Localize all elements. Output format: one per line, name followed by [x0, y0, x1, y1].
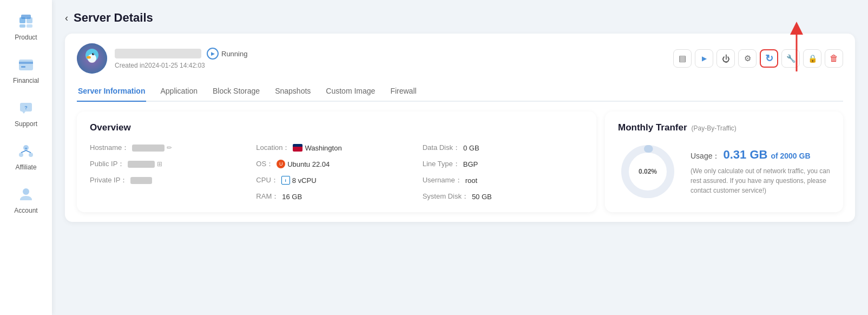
server-info: ▶ Running Created in2024-01-25 14:42:03	[115, 48, 666, 69]
tab-firewall[interactable]: Firewall	[389, 82, 417, 102]
settings-icon: ⚙	[744, 54, 751, 63]
transfer-stats: Usage： 0.31 GB of 2000 GB (We only calcu…	[691, 148, 830, 195]
transfer-header: Monthly Tranfer (Pay-By-Traffic)	[618, 122, 830, 133]
usage-total: of 2000 GB	[771, 152, 810, 160]
financial-icon	[16, 54, 36, 75]
wrench-icon: 🔧	[786, 54, 795, 63]
status-badge: ▶ Running	[207, 48, 247, 60]
ram-row: RAM： 16 GB	[256, 192, 417, 201]
delete-icon: 🗑	[830, 54, 838, 63]
back-button[interactable]: ‹	[65, 12, 68, 24]
sidebar-item-financial-label: Financial	[13, 77, 39, 84]
play-icon: ▶	[207, 48, 219, 60]
svg-point-12	[19, 153, 23, 157]
data-disk-value: 0 GB	[463, 144, 479, 152]
svg-point-13	[29, 153, 33, 157]
cpu-row: CPU： i 8 vCPU	[256, 175, 417, 185]
power-button[interactable]: ⏻	[716, 49, 735, 68]
usage-note: (We only calculate out of network traffi…	[691, 166, 830, 195]
sidebar-item-support-label: Support	[15, 120, 37, 128]
server-header: ▶ Running Created in2024-01-25 14:42:03 …	[77, 43, 843, 74]
private-ip-blurred	[130, 177, 152, 184]
svg-point-23	[93, 54, 94, 54]
line-type-label: Line Type：	[423, 159, 460, 169]
ram-label: RAM：	[256, 192, 279, 201]
overview-title: Overview	[90, 122, 583, 133]
transfer-body: 0.02% Usage： 0.31 GB of 2000 GB (We only…	[618, 142, 830, 201]
system-disk-label: System Disk：	[423, 192, 469, 201]
private-ip-label: Private IP：	[90, 175, 127, 185]
system-disk-row: System Disk： 50 GB	[423, 192, 583, 201]
content-grid: Overview Hostname： ✏ Location：	[77, 111, 843, 212]
start-button[interactable]: ▶	[695, 49, 713, 68]
tab-snapshots[interactable]: Snapshots	[274, 82, 312, 102]
data-disk-row: Data Disk： 0 GB	[423, 143, 583, 153]
ubuntu-icon: U	[277, 160, 285, 168]
svg-rect-6	[19, 62, 33, 64]
sidebar-item-account-label: Account	[14, 207, 37, 214]
page-header: ‹ Server Details	[65, 11, 855, 25]
usage-value: 0.31 GB	[723, 148, 767, 162]
lock-button[interactable]: 🔒	[803, 49, 821, 68]
sidebar-item-financial[interactable]: Financial	[4, 49, 48, 90]
location-label: Location：	[256, 143, 290, 153]
tab-server-information[interactable]: Server Information	[77, 82, 146, 102]
public-ip-value: ⊞	[128, 160, 162, 168]
data-disk-label: Data Disk：	[423, 143, 460, 153]
tab-application-label: Application	[160, 87, 198, 95]
copy-ip-icon[interactable]: ⊞	[157, 160, 162, 168]
public-ip-blurred	[128, 161, 155, 168]
sidebar-item-account[interactable]: Account	[4, 179, 48, 220]
line-type-row: Line Type： BGP	[423, 159, 583, 169]
server-name-blurred	[115, 49, 201, 58]
settings-button[interactable]: ⚙	[738, 49, 757, 68]
tabs: Server Information Application Block Sto…	[77, 82, 843, 102]
page-title: Server Details	[74, 11, 153, 25]
svg-rect-4	[21, 15, 31, 19]
system-disk-value: 50 GB	[472, 193, 492, 201]
donut-label: 0.02%	[639, 168, 657, 175]
sidebar-item-affiliate[interactable]: + Affiliate	[4, 135, 48, 176]
tab-firewall-label: Firewall	[390, 87, 416, 95]
tab-custom-image[interactable]: Custom Image	[325, 82, 376, 102]
sidebar-item-support[interactable]: ? Support	[4, 92, 48, 133]
delete-button[interactable]: 🗑	[825, 49, 843, 68]
svg-rect-2	[19, 24, 25, 28]
sidebar-item-product[interactable]: Product	[4, 5, 48, 47]
main-content: ‹ Server Details	[52, 0, 868, 315]
edit-hostname-icon[interactable]: ✏	[167, 144, 172, 152]
lock-icon: 🔒	[808, 54, 817, 63]
svg-point-17	[23, 188, 29, 195]
wrench-button[interactable]: 🔧	[781, 49, 800, 68]
affiliate-icon: +	[16, 141, 36, 161]
public-ip-row: Public IP： ⊞	[90, 159, 251, 169]
os-row: OS： U Ubuntu 22.04	[256, 159, 417, 169]
os-value: U Ubuntu 22.04	[277, 160, 330, 168]
svg-text:?: ?	[24, 105, 28, 110]
restart-button[interactable]: ↻	[760, 49, 778, 68]
tab-block-storage-label: Block Storage	[213, 87, 260, 95]
username-value: root	[465, 176, 477, 185]
account-icon	[16, 184, 36, 205]
hostname-label: Hostname：	[90, 143, 129, 153]
us-flag-icon	[293, 144, 303, 152]
server-name-row: ▶ Running	[115, 48, 666, 60]
os-label: OS：	[256, 159, 273, 169]
public-ip-label: Public IP：	[90, 159, 124, 169]
svg-point-22	[92, 53, 94, 55]
hostname-value: ✏	[132, 144, 172, 152]
info-grid: Hostname： ✏ Location： Washington	[90, 143, 583, 201]
sidebar-item-product-label: Product	[15, 34, 37, 41]
tab-server-information-label: Server Information	[78, 87, 145, 95]
usage-row: Usage： 0.31 GB of 2000 GB	[691, 148, 830, 162]
created-text: Created in2024-01-25 14:42:03	[115, 62, 666, 69]
private-ip-row: Private IP：	[90, 175, 251, 185]
restart-icon: ↻	[765, 52, 773, 64]
svg-point-21	[87, 56, 91, 59]
tab-application[interactable]: Application	[159, 82, 199, 102]
tab-block-storage[interactable]: Block Storage	[212, 82, 261, 102]
transfer-subtitle: (Pay-By-Traffic)	[692, 124, 737, 132]
usage-label: Usage：	[691, 152, 720, 161]
ram-value: 16 GB	[282, 193, 302, 201]
console-button[interactable]: ▤	[673, 49, 692, 68]
